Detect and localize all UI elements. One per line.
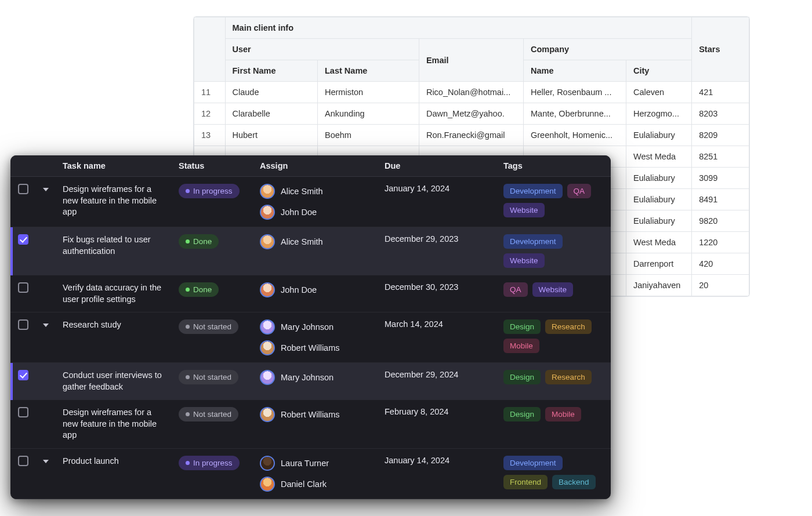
assignee-name: Alice Smith [281,237,323,246]
tag-des[interactable]: Design [503,319,541,334]
status-badge[interactable]: In progress [179,456,240,470]
task-name: Research study [63,319,165,331]
avatar [260,407,275,422]
cell-last-name: Hermiston [318,82,419,103]
col-stars[interactable]: Stars [692,17,749,82]
row-checkbox[interactable] [18,407,28,417]
tag-res[interactable]: Research [545,370,592,384]
task-row[interactable]: Research studyNot startedMary JohnsonRob… [10,312,611,363]
task-name: Conduct user interviews to gather feedba… [63,370,165,393]
assignee[interactable]: Mary Johnson [260,319,371,335]
task-row[interactable]: Verify data accuracy in the user profile… [10,275,611,312]
col-expand [36,155,56,177]
task-row[interactable]: Design wireframes for a new feature in t… [10,177,611,227]
task-row[interactable]: Conduct user interviews to gather feedba… [10,363,611,400]
tag-web[interactable]: Website [503,253,545,268]
assignee[interactable]: Robert Williams [260,407,371,422]
status-label: Not started [193,322,231,331]
cell-stars: 8209 [692,125,749,146]
tag-web[interactable]: Website [503,203,545,217]
assignee-name: Laura Turner [281,459,329,468]
tasks-table[interactable]: Task name Status Assign Due Tags Design … [10,155,611,499]
cell-city: Eulaliabury [626,189,691,210]
table-row[interactable]: 11ClaudeHermistonRico_Nolan@hotmai...Hel… [194,82,749,103]
col-due[interactable]: Due [378,155,496,177]
assignee[interactable]: Daniel Clark [260,477,371,492]
cell-email: Dawn_Metz@yahoo. [419,103,523,125]
cell-email: Ron.Franecki@gmail [419,125,523,146]
col-assign[interactable]: Assign [253,155,378,177]
tag-dev[interactable]: Development [503,184,563,198]
row-checkbox[interactable] [18,370,28,380]
assignee[interactable]: John Doe [260,282,371,297]
row-checkbox[interactable] [18,319,28,330]
tag-mob[interactable]: Mobile [503,339,539,353]
col-email[interactable]: Email [419,39,523,82]
row-checkbox[interactable] [18,282,28,293]
col-tags[interactable]: Tags [496,155,611,177]
tag-qa[interactable]: QA [503,282,528,297]
col-index [194,17,226,82]
task-name: Product launch [63,456,165,467]
task-row[interactable]: Fix bugs related to user authenticationD… [10,227,611,275]
avatar [260,370,275,385]
tag-dev[interactable]: Development [503,456,563,470]
col-company-name[interactable]: Name [524,60,626,82]
row-checkbox[interactable] [18,184,28,194]
chevron-down-icon[interactable] [43,188,49,191]
col-city[interactable]: City [626,60,691,82]
status-badge[interactable]: Not started [179,370,238,384]
task-row[interactable]: Design wireframes for a new feature in t… [10,400,611,449]
col-status[interactable]: Status [172,155,253,177]
tag-web[interactable]: Website [532,282,574,297]
col-checkbox [10,155,36,177]
due-date: January 14, 2024 [385,184,449,193]
status-badge[interactable]: In progress [179,184,240,198]
row-checkbox[interactable] [18,456,28,466]
cell-stars: 1220 [692,232,749,253]
assignee[interactable]: Robert Williams [260,340,371,355]
task-row[interactable]: Product launchIn progressLaura TurnerDan… [10,448,611,499]
tag-be[interactable]: Backend [552,475,596,489]
tag-fe[interactable]: Frontend [503,475,548,489]
due-date: February 8, 2024 [385,407,448,416]
status-badge[interactable]: Not started [179,319,238,334]
tag-dev[interactable]: Development [503,234,563,249]
chevron-down-icon[interactable] [43,324,49,327]
chevron-down-icon[interactable] [43,460,49,463]
due-date: December 29, 2023 [385,234,458,244]
status-label: Done [193,237,212,246]
tag-qa[interactable]: QA [567,184,592,198]
task-name: Design wireframes for a new feature in t… [63,407,165,441]
cell-company: Greenholt, Homenic... [524,125,626,146]
assignee-name: Mary Johnson [281,322,334,332]
assignee[interactable]: Laura Turner [260,456,371,471]
assignee[interactable]: Mary Johnson [260,370,371,385]
status-dot-icon [186,412,190,416]
col-last-name[interactable]: Last Name [318,60,419,82]
status-badge[interactable]: Not started [179,407,238,421]
assignee[interactable]: Alice Smith [260,234,371,249]
cell-stars: 8491 [692,189,749,210]
table-row[interactable]: 12ClarabelleAnkundingDawn_Metz@yahoo.Man… [194,103,749,125]
tag-des[interactable]: Design [503,370,541,384]
tag-mob[interactable]: Mobile [545,407,581,421]
tag-res[interactable]: Research [545,319,592,334]
assignee[interactable]: John Doe [260,205,371,220]
col-task-name[interactable]: Task name [56,155,172,177]
cell-index: 12 [194,103,226,125]
cell-company: Heller, Rosenbaum ... [524,82,626,103]
cell-first-name: Claude [225,82,318,103]
status-dot-icon [186,325,190,329]
cell-city: Janiyahaven [626,275,691,296]
assignee[interactable]: Alice Smith [260,184,371,199]
status-badge[interactable]: Done [179,282,219,297]
tag-des[interactable]: Design [503,407,541,421]
table-row[interactable]: 13HubertBoehmRon.Franecki@gmailGreenholt… [194,125,749,146]
col-first-name[interactable]: First Name [225,60,318,82]
status-dot-icon [186,189,190,193]
status-dot-icon [186,461,190,465]
status-badge[interactable]: Done [179,234,219,249]
cell-company: Mante, Oberbrunne... [524,103,626,125]
row-checkbox[interactable] [18,234,28,245]
